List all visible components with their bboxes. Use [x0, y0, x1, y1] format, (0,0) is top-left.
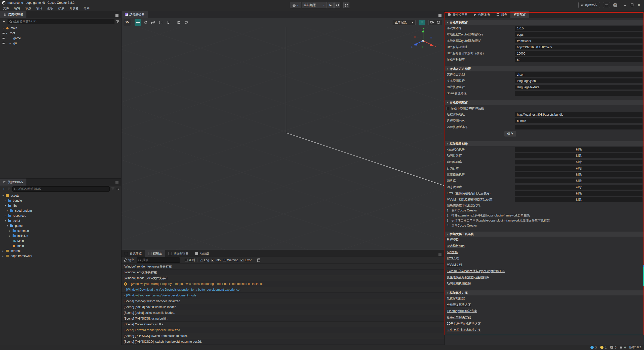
help-button[interactable]: ? — [613, 3, 617, 7]
scrollbar-segment[interactable] — [643, 265, 644, 267]
hierarchy-node[interactable]: ▸ gui — [0, 41, 121, 46]
log-filter-toggle[interactable]: ✓ Info — [211, 258, 221, 262]
open-project-folder-button[interactable] — [603, 2, 610, 8]
section-doc-links[interactable]: ▾ 框架文档工具链接 — [445, 232, 644, 237]
ui-transform-tool-button[interactable] — [165, 19, 171, 26]
field-input[interactable]: language/texture — [515, 85, 642, 90]
field-input[interactable]: language/json — [515, 78, 642, 83]
log-row[interactable]: ! › [Window] ecs文件夹存在 — [122, 270, 444, 275]
hierarchy-node[interactable]: game — [0, 36, 121, 41]
expand-arrow[interactable]: ▾ — [5, 204, 8, 207]
log-row[interactable]: ! › [Scene] [PHYSICS]: using builtin. — [122, 316, 444, 322]
asset-node[interactable]: ▸ resources — [0, 213, 121, 218]
asset-node[interactable]: TS Main — [0, 238, 121, 243]
asset-node[interactable]: main — [0, 243, 121, 248]
remote-load-toggle[interactable]: 游戏中资源是否远程加载 — [445, 106, 644, 111]
qr-preview-button[interactable] — [343, 2, 349, 8]
menu-item[interactable]: 帮助 — [81, 6, 92, 11]
clear-console-button[interactable]: 清空 — [124, 258, 134, 262]
menu-item[interactable]: 开发者 — [67, 6, 81, 11]
assets-search-input[interactable]: 搜索名称或 UUID — [12, 186, 110, 192]
tab-assets[interactable]: 资源管理器 — [0, 179, 26, 186]
expand-arrow[interactable]: ▸ — [9, 230, 13, 232]
asset-node[interactable]: ▸ internal — [0, 248, 121, 253]
log-filter-toggle[interactable]: ✓ Log — [200, 258, 209, 262]
log-filter-toggle[interactable]: ✓ Error — [240, 258, 252, 262]
field-input[interactable]: bundle — [515, 118, 642, 123]
solution-link[interactable]: 全栈开发解决方案 — [447, 303, 471, 307]
refresh-icon[interactable] — [116, 187, 119, 191]
remote-load-checkbox[interactable] — [446, 107, 449, 110]
console-area-tab[interactable]: 控制台 — [145, 250, 165, 257]
tab-property-inspector[interactable]: 属性检查器 — [445, 11, 471, 18]
scene-camera-button[interactable] — [429, 20, 435, 25]
doc-link[interactable]: MVVM文档 — [447, 263, 462, 267]
expand-chevron-icon[interactable]: › — [124, 294, 125, 297]
doc-link[interactable]: 教程项目 — [447, 238, 459, 242]
trim-module-button[interactable]: 剔除 — [515, 166, 642, 171]
log-row[interactable]: ! › [Scene] Forward render pipeline init… — [122, 327, 444, 333]
expand-arrow[interactable]: ▸ — [5, 214, 8, 217]
panel-menu-button[interactable] — [115, 180, 118, 184]
asset-node[interactable]: ▾ script — [0, 218, 121, 223]
asset-node[interactable]: ▸ common — [0, 228, 121, 233]
menu-item[interactable]: 编辑 — [12, 6, 23, 11]
expand-arrow[interactable]: ▾ — [5, 220, 8, 222]
field-input[interactable] — [515, 91, 642, 96]
trim-module-button[interactable]: 剔除 — [515, 172, 642, 177]
log-filter-toggle[interactable]: ✓ Warning — [223, 258, 238, 262]
filter-checkbox[interactable]: ✓ — [200, 259, 203, 262]
tab-framework-config[interactable]: 框架配置 — [510, 11, 529, 18]
trim-module-button[interactable]: 剔除 — [515, 147, 642, 152]
expand-arrow[interactable]: ▾ — [7, 225, 10, 227]
info-count-icon[interactable]: i — [590, 346, 594, 349]
doc-link[interactable]: 游戏模板项目 — [447, 244, 465, 248]
expand-chevron-icon[interactable]: › — [124, 288, 125, 291]
reload-button[interactable] — [334, 2, 340, 8]
hierarchy-node[interactable]: ▾ main — [0, 26, 121, 31]
regex-checkbox[interactable] — [185, 259, 188, 262]
asset-node[interactable]: ▾ libs — [0, 203, 121, 208]
scale-tool-button[interactable] — [150, 19, 156, 26]
snap-settings-button[interactable] — [175, 19, 182, 26]
menu-item[interactable]: 扩展 — [56, 6, 67, 11]
log-row[interactable]: ! › [Window] render_texture文件夹存在 — [122, 264, 444, 270]
render-mode-select[interactable]: 正常渲染 ▾ — [392, 20, 416, 25]
doc-link[interactable]: ECS文档 — [447, 256, 459, 261]
field-input[interactable]: framework — [515, 38, 642, 43]
filter-checkbox[interactable]: ✓ — [211, 259, 214, 262]
expand-arrow[interactable]: ▸ — [7, 209, 10, 212]
field-input[interactable]: 60 — [515, 57, 642, 62]
scene-viewport[interactable]: Y X Z — [122, 27, 444, 250]
filter-icon[interactable] — [111, 187, 115, 190]
3d-toggle-button[interactable]: 3D — [124, 19, 131, 26]
expand-arrow[interactable]: ▸ — [5, 199, 8, 202]
expand-arrow[interactable]: ▾ — [6, 32, 9, 34]
maximize-button[interactable] — [629, 3, 635, 7]
expand-chevron-icon[interactable]: › — [129, 282, 130, 285]
expand-arrow[interactable]: ▾ — [3, 27, 6, 29]
doc-link[interactable]: 动画状态机编辑器 — [447, 282, 471, 286]
scene-settings-button[interactable] — [435, 20, 442, 25]
menu-item[interactable]: 文件 — [1, 6, 12, 11]
console-search-input[interactable]: 搜索 — [137, 257, 180, 263]
trim-module-button[interactable]: 剔除 — [515, 179, 642, 183]
solution-link[interactable]: 2D角色扮演游戏解决方案 — [447, 322, 481, 326]
filter-icon[interactable] — [116, 20, 119, 23]
gizmo-settings-button[interactable] — [183, 19, 189, 26]
field-input[interactable]: 10000 — [515, 51, 642, 56]
expand-arrow[interactable]: ▸ — [9, 235, 13, 237]
menu-item[interactable]: 项目 — [34, 6, 45, 11]
console-area-tab[interactable]: 动画图 — [192, 250, 212, 257]
solution-link[interactable]: 3D角色扮演游戏解决方案 — [447, 328, 481, 332]
scene-select[interactable]: 当前场景 ▾ — [302, 2, 327, 8]
error-count-icon[interactable]: × — [610, 346, 613, 349]
trim-module-button[interactable]: 剔除 — [515, 160, 642, 164]
log-row[interactable]: ! › [Window] Download the Vue Devtools e… — [122, 287, 444, 293]
hierarchy-search-input[interactable]: 搜索名称或 UUID — [8, 19, 114, 24]
lighting-toggle-button[interactable] — [419, 20, 425, 25]
bell-icon[interactable] — [620, 346, 622, 348]
build-publish-button[interactable]: 构建发布 — [578, 2, 600, 8]
sort-icon[interactable] — [8, 187, 11, 190]
preview-target-button[interactable]: ▾ — [290, 2, 301, 8]
